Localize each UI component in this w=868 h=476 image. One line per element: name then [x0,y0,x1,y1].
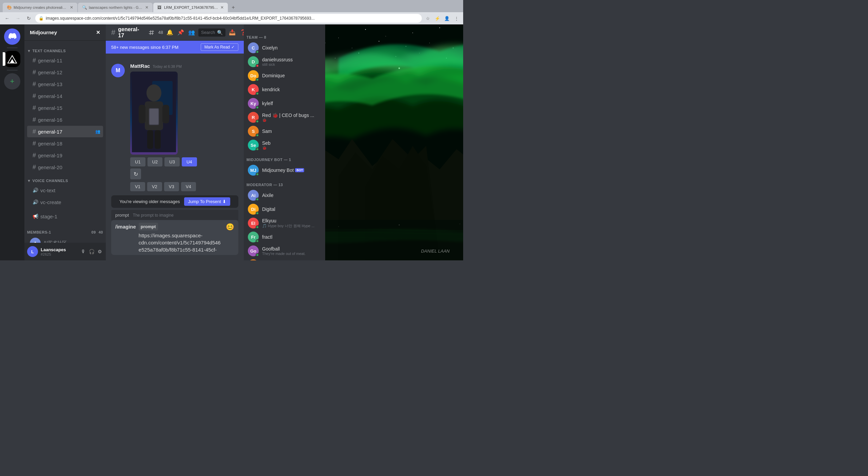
member-row-sam[interactable]: S Sam [245,124,324,138]
channel-general-18[interactable]: # general-18 [27,138,103,149]
u1-button[interactable]: U1 [130,157,145,166]
new-tab-button[interactable]: + [229,3,238,12]
forward-button[interactable]: → [14,14,22,23]
online-indicator [256,106,259,109]
v3-button[interactable]: V3 [164,182,179,191]
member-row-mjbot[interactable]: MJ Midjourney Bot BOT [245,163,324,177]
member-row-kendrick[interactable]: K kendrick [245,83,324,96]
channel-general-14[interactable]: # general-14 [27,90,103,102]
member-row-jayscott[interactable]: Ja jayscott [245,258,324,260]
tab1-close[interactable]: ✕ [70,5,73,10]
menu-icon[interactable]: ⋮ [452,14,460,22]
channel-vc-create[interactable]: 🔊 vc-create [27,196,103,208]
svg-rect-4 [139,105,145,123]
extensions-icon[interactable]: ⚡ [433,14,441,22]
browser-toolbar: ← → ↻ 🔒 images.squarespace-cdn.com/conte… [0,12,463,24]
tab3-favicon: 🖼 [157,5,162,10]
reload-button[interactable]: ↻ [24,14,33,23]
tab1-title: Midjourney creates photorealistic... [14,5,68,9]
member-row-aixile[interactable]: Ai Aixile [245,189,324,202]
member-row-dominique[interactable]: Do Dominique [245,69,324,82]
prompt-autocomplete: prompt The prompt to imagine [111,210,238,220]
v4-button[interactable]: V4 [181,182,196,191]
channel-general-11[interactable]: # general-11 [27,55,103,66]
viewing-older-text: You're viewing older messages [119,199,180,204]
channel-general-20[interactable]: # general-20 [27,161,103,173]
message-group-mattrac: M MattRac Today at 6:38 PM [106,62,244,193]
members-1-category[interactable]: members-1 09 40 [24,225,106,236]
message-image-person[interactable] [130,72,178,155]
member-row-red-ceo[interactable]: R Red 🐞 | CEO of bugs ... 🐞 [245,111,324,124]
user-headphones-button[interactable]: 🎧 [88,248,95,255]
online-indicator [256,134,259,137]
channel-general-17[interactable]: # general-17 👥 [27,126,103,137]
mark-as-read-button[interactable]: Mark As Read ✓ [201,43,238,51]
prompt-input[interactable]: https://images.squarespace-cdn.com/conte… [139,232,223,252]
channel-stage-1[interactable]: 📢 stage-1 [27,211,103,222]
channel-hash-icon: # [33,104,36,112]
add-server-button[interactable]: + [4,73,20,90]
online-indicator [256,64,259,67]
channel-name: stage-1 [40,214,100,219]
tab3-close[interactable]: ✕ [220,5,224,10]
u3-button[interactable]: U3 [164,157,180,166]
refresh-button[interactable]: ↻ [130,168,141,179]
member-row-goofball[interactable]: Go Goofball They're made out of meat. [245,244,324,258]
channel-general-12[interactable]: # general-12 [27,66,103,78]
message-avatar[interactable]: M [111,64,125,77]
emoji-button[interactable]: 😊 [226,223,234,231]
browser-tab-2[interactable]: 🔍 laanscapes northern lights - Goo... ✕ [78,3,153,12]
jump-to-present-button[interactable]: Jump To Present ⬇ [184,197,230,206]
tab2-close[interactable]: ✕ [145,5,149,10]
member-row-digital[interactable]: Di Digital [245,202,324,216]
member-row-kylelf[interactable]: Ky kylelf [245,97,324,110]
online-count: 09 [92,230,96,234]
channel-general-13[interactable]: # general-13 [27,78,103,90]
v1-button[interactable]: V1 [130,182,145,191]
member-row-info: Seb 🐞 [262,140,321,150]
u4-button[interactable]: U4 [182,157,197,166]
channel-general-19[interactable]: # general-19 [27,150,103,161]
user-panel-icons: 🎙 🎧 ⚙ [80,248,103,255]
user-settings-button[interactable]: ⚙ [96,248,103,255]
back-button[interactable]: ← [3,14,12,23]
channel-general-16[interactable]: # general-16 [27,114,103,125]
message-author[interactable]: MattRac [130,63,150,69]
channel-vc-text[interactable]: 🔊 vc-text [27,184,103,196]
u2-button[interactable]: U2 [147,157,163,166]
pin-icon[interactable]: 📌 [177,28,185,37]
discord-home-button[interactable] [4,28,20,45]
svg-point-31 [379,41,379,42]
bookmark-icon[interactable]: ☆ [424,14,432,22]
member-row-danielruss[interactable]: D danielrussruss still sick [245,55,324,68]
voice-channels-label: VOICE CHANNELS [32,179,68,183]
bell-icon[interactable]: 🔔 [166,28,174,37]
channel-member-count: 48 [158,30,163,35]
member-ai-community[interactable]: A AI艺术社区 [27,236,103,243]
member-row-fractl[interactable]: Fr fractl [245,230,324,244]
total-count: 40 [99,230,103,234]
server-header[interactable]: Midjourney ✕ [24,24,106,41]
address-bar[interactable]: 🔒 images.squarespace-cdn.com/content/v1/… [35,14,422,23]
text-channels-category[interactable]: ▼ TEXT CHANNELS [24,43,106,54]
member-row-seb[interactable]: Se Seb 🐞 [245,138,324,152]
v2-button[interactable]: V2 [147,182,162,191]
guild-midjourney[interactable] [4,51,20,67]
channel-general-15[interactable]: # general-15 [27,102,103,114]
voice-icon: 🔊 [33,199,38,205]
user-mic-button[interactable]: 🎙 [80,248,87,255]
search-box[interactable]: Search 🔍 [198,28,225,37]
voice-channels-category[interactable]: ▼ VOICE CHANNELS [24,173,106,184]
browser-tab-3[interactable]: 🖼 LRM_EXPORT_17643678795693... ✕ [153,3,228,12]
members-icon[interactable]: 👥 [188,28,196,37]
profile-icon[interactable]: 👤 [443,14,451,22]
svg-rect-7 [155,130,161,149]
channel-hash-icon: # [33,140,36,147]
inbox-icon[interactable]: 📥 [228,28,236,37]
messages-container[interactable]: M MattRac Today at 6:38 PM [106,56,244,210]
jump-arrow-icon: ⬇ [222,199,226,204]
member-row-cixelyn[interactable]: C Cixelyn [245,41,324,55]
browser-tab-1[interactable]: 🎨 Midjourney creates photorealistic... ✕ [3,3,77,12]
northern-lights-background: DANIEL LAAN [325,24,463,260]
member-row-elkyuu[interactable]: El Elkyuu 🎵 Hype boy 너만 원해 Hype ... [245,216,324,230]
